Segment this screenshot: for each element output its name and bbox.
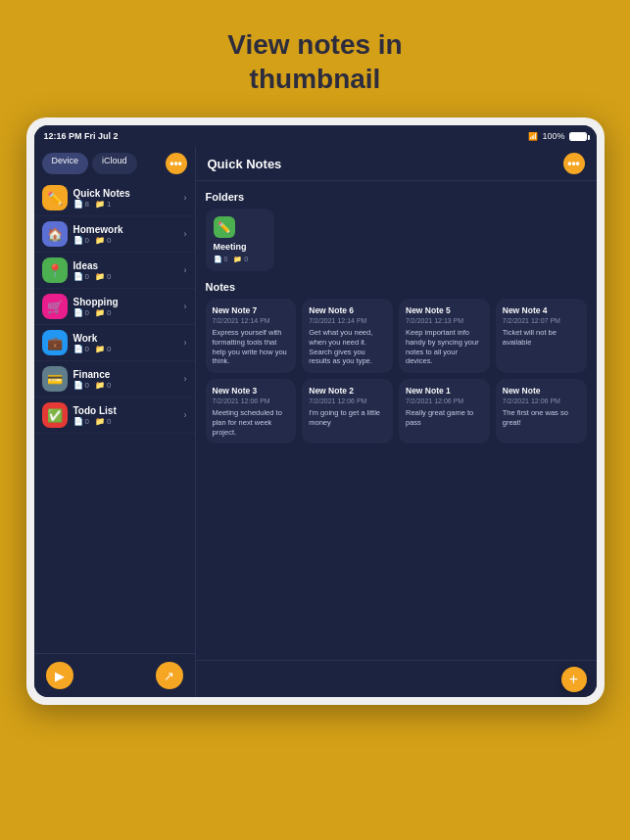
note-5-body: Keep important info handy by syncing you… bbox=[406, 328, 483, 366]
share-btn[interactable]: ↗ bbox=[156, 662, 183, 689]
shopping-icon: 🛒 bbox=[42, 294, 68, 319]
folder-meeting-icon: ✏️ bbox=[214, 216, 235, 238]
shopping-meta: 📄 0 📁 0 bbox=[73, 308, 184, 317]
work-icon: 💼 bbox=[42, 330, 68, 355]
homework-chevron: › bbox=[184, 229, 187, 239]
note-1-body: Really great game to pass bbox=[406, 408, 483, 428]
sidebar: Device iCloud ••• ✏️ Quick Notes 📄 8 📁 1 bbox=[34, 147, 196, 697]
ideas-meta: 📄 0 📁 0 bbox=[73, 272, 184, 281]
tab-icloud[interactable]: iCloud bbox=[92, 153, 137, 174]
todo-chevron: › bbox=[184, 410, 187, 420]
todo-label: Todo List bbox=[73, 405, 184, 416]
note-6-body: Get what you need, when you need it. Sea… bbox=[309, 328, 386, 366]
note-6[interactable]: New Note 6 7/2/2021 12:14 PM Get what yo… bbox=[302, 299, 393, 373]
sidebar-item-work[interactable]: 💼 Work 📄 0 📁 0 › bbox=[34, 325, 195, 361]
note-6-date: 7/2/2021 12:14 PM bbox=[309, 317, 386, 324]
main-content: Quick Notes ••• Folders ✏️ Meeting 📄 0 bbox=[196, 147, 597, 660]
note-3-body: Meeting scheduled to plan for next week … bbox=[213, 408, 290, 437]
main-container: Quick Notes ••• Folders ✏️ Meeting 📄 0 bbox=[196, 147, 597, 697]
wifi-icon: 📶 bbox=[528, 132, 538, 141]
main-bottom-bar: + bbox=[196, 660, 597, 697]
note-7-title: New Note 7 bbox=[213, 305, 290, 315]
note-0-date: 7/2/2021 12:06 PM bbox=[503, 397, 580, 404]
note-2[interactable]: New Note 2 7/2/2021 12:06 PM I'm going t… bbox=[302, 379, 393, 443]
work-label: Work bbox=[73, 333, 184, 344]
quick-notes-chevron: › bbox=[184, 193, 187, 203]
note-3-title: New Note 3 bbox=[213, 386, 290, 396]
sidebar-item-homework[interactable]: 🏠 Homework 📄 0 📁 0 › bbox=[34, 216, 195, 253]
device-inner: 12:16 PM Fri Jul 2 📶 100% Device iCloud … bbox=[34, 125, 597, 697]
note-7-date: 7/2/2021 12:14 PM bbox=[213, 317, 290, 324]
finance-meta: 📄 0 📁 0 bbox=[73, 381, 184, 390]
note-0-title: New Note bbox=[503, 386, 580, 396]
status-bar: 12:16 PM Fri Jul 2 📶 100% bbox=[34, 125, 597, 147]
note-4-date: 7/2/2021 12:07 PM bbox=[503, 317, 580, 324]
battery-fill bbox=[570, 133, 586, 140]
note-5[interactable]: New Note 5 7/2/2021 12:13 PM Keep import… bbox=[399, 299, 490, 373]
sidebar-item-todo[interactable]: ✅ Todo List 📄 0 📁 0 › bbox=[34, 397, 195, 434]
finance-chevron: › bbox=[184, 374, 187, 384]
note-4-title: New Note 4 bbox=[503, 305, 580, 315]
main-header: Quick Notes ••• bbox=[196, 147, 597, 181]
folders-section-title: Folders bbox=[206, 191, 587, 203]
note-1-title: New Note 1 bbox=[406, 386, 483, 396]
note-6-title: New Note 6 bbox=[309, 305, 386, 315]
homework-meta: 📄 0 📁 0 bbox=[73, 236, 184, 245]
tab-device[interactable]: Device bbox=[42, 153, 89, 174]
quick-notes-notes: 📄 8 bbox=[73, 200, 89, 209]
todo-icon: ✅ bbox=[42, 402, 68, 428]
note-3-date: 7/2/2021 12:06 PM bbox=[213, 397, 290, 404]
note-5-date: 7/2/2021 12:13 PM bbox=[406, 317, 483, 324]
sidebar-item-shopping[interactable]: 🛒 Shopping 📄 0 📁 0 › bbox=[34, 289, 195, 325]
note-0-body: The first one was so great! bbox=[503, 408, 580, 428]
note-7[interactable]: New Note 7 7/2/2021 12:14 PM Express you… bbox=[206, 299, 297, 373]
main-more-btn[interactable]: ••• bbox=[563, 153, 585, 174]
folders-grid: ✏️ Meeting 📄 0 📁 0 bbox=[206, 209, 587, 271]
sidebar-item-quick-notes[interactable]: ✏️ Quick Notes 📄 8 📁 1 › bbox=[34, 180, 195, 216]
work-chevron: › bbox=[184, 338, 187, 348]
play-btn[interactable]: ▶ bbox=[46, 662, 73, 689]
homework-icon: 🏠 bbox=[42, 221, 68, 247]
finance-icon: 💳 bbox=[42, 366, 68, 392]
quick-notes-folders: 📁 1 bbox=[95, 200, 111, 209]
status-right: 📶 100% bbox=[528, 131, 586, 141]
ideas-chevron: › bbox=[184, 265, 187, 275]
notes-section-title: Notes bbox=[206, 281, 587, 293]
note-7-body: Express yourself with formatting tools t… bbox=[213, 328, 290, 366]
battery-icon bbox=[569, 132, 587, 141]
note-2-body: I'm going to get a little money bbox=[309, 408, 386, 428]
battery-percent: 100% bbox=[542, 131, 564, 141]
note-4[interactable]: New Note 4 7/2/2021 12:07 PM Ticket will… bbox=[496, 299, 587, 373]
ideas-label: Ideas bbox=[73, 260, 184, 271]
sidebar-item-finance[interactable]: 💳 Finance 📄 0 📁 0 › bbox=[34, 361, 195, 397]
main-title: Quick Notes bbox=[208, 157, 282, 171]
finance-label: Finance bbox=[73, 369, 184, 380]
sidebar-tabs: Device iCloud ••• bbox=[34, 147, 195, 180]
add-note-btn[interactable]: + bbox=[561, 667, 587, 692]
quick-notes-label: Quick Notes bbox=[73, 188, 184, 199]
note-0[interactable]: New Note 7/2/2021 12:06 PM The first one… bbox=[496, 379, 587, 443]
shopping-label: Shopping bbox=[73, 297, 184, 307]
note-1-date: 7/2/2021 12:06 PM bbox=[406, 397, 483, 404]
note-3[interactable]: New Note 3 7/2/2021 12:06 PM Meeting sch… bbox=[206, 379, 297, 443]
main-scroll: Folders ✏️ Meeting 📄 0 📁 0 bbox=[196, 181, 597, 660]
homework-label: Homework bbox=[73, 224, 184, 235]
folder-meeting-name: Meeting bbox=[214, 242, 267, 252]
sidebar-items: ✏️ Quick Notes 📄 8 📁 1 › 🏠 bbox=[34, 180, 195, 653]
quick-notes-meta: 📄 8 📁 1 bbox=[73, 200, 184, 209]
note-2-title: New Note 2 bbox=[309, 386, 386, 396]
todo-meta: 📄 0 📁 0 bbox=[73, 417, 184, 426]
folder-meeting[interactable]: ✏️ Meeting 📄 0 📁 0 bbox=[206, 209, 274, 271]
page-title: View notes in thumbnail bbox=[227, 27, 402, 96]
note-4-body: Ticket will not be available bbox=[503, 328, 580, 348]
note-2-date: 7/2/2021 12:06 PM bbox=[309, 397, 386, 404]
app-bar: Device iCloud ••• ✏️ Quick Notes 📄 8 📁 1 bbox=[34, 147, 597, 697]
quick-notes-icon: ✏️ bbox=[42, 185, 68, 210]
sidebar-item-ideas[interactable]: 📍 Ideas 📄 0 📁 0 › bbox=[34, 253, 195, 289]
note-1[interactable]: New Note 1 7/2/2021 12:06 PM Really grea… bbox=[399, 379, 490, 443]
sidebar-footer: ▶ ↗ bbox=[34, 653, 195, 697]
sidebar-more-btn[interactable]: ••• bbox=[166, 153, 187, 174]
status-time: 12:16 PM Fri Jul 2 bbox=[44, 131, 119, 141]
ideas-icon: 📍 bbox=[42, 257, 68, 283]
work-meta: 📄 0 📁 0 bbox=[73, 345, 184, 353]
